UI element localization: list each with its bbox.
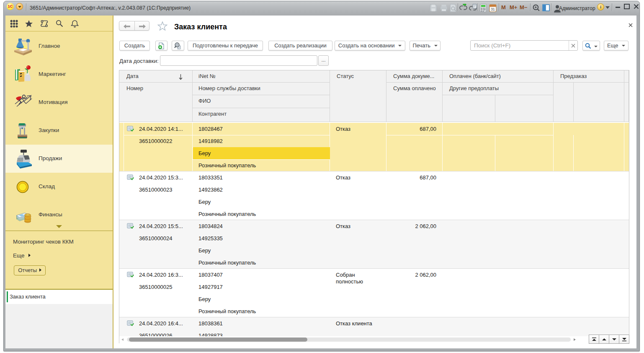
svg-text:31: 31 [491, 7, 495, 11]
